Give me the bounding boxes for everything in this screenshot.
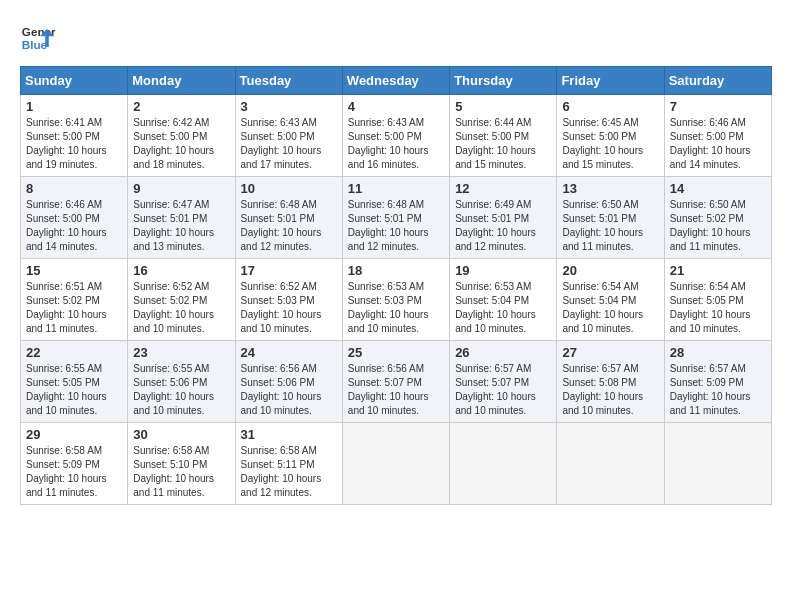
calendar-cell: 9 Sunrise: 6:47 AM Sunset: 5:01 PM Dayli…: [128, 177, 235, 259]
logo: General Blue: [20, 20, 56, 56]
calendar-cell: [557, 423, 664, 505]
day-number: 9: [133, 181, 229, 196]
calendar-cell: 14 Sunrise: 6:50 AM Sunset: 5:02 PM Dayl…: [664, 177, 771, 259]
day-info: Sunrise: 6:51 AM Sunset: 5:02 PM Dayligh…: [26, 280, 122, 336]
calendar-cell: 3 Sunrise: 6:43 AM Sunset: 5:00 PM Dayli…: [235, 95, 342, 177]
day-info: Sunrise: 6:55 AM Sunset: 5:06 PM Dayligh…: [133, 362, 229, 418]
day-info: Sunrise: 6:54 AM Sunset: 5:05 PM Dayligh…: [670, 280, 766, 336]
calendar-cell: 17 Sunrise: 6:52 AM Sunset: 5:03 PM Dayl…: [235, 259, 342, 341]
day-info: Sunrise: 6:53 AM Sunset: 5:03 PM Dayligh…: [348, 280, 444, 336]
calendar-header-friday: Friday: [557, 67, 664, 95]
day-number: 3: [241, 99, 337, 114]
calendar-cell: [342, 423, 449, 505]
day-number: 8: [26, 181, 122, 196]
calendar-cell: 19 Sunrise: 6:53 AM Sunset: 5:04 PM Dayl…: [450, 259, 557, 341]
calendar-header-saturday: Saturday: [664, 67, 771, 95]
day-info: Sunrise: 6:45 AM Sunset: 5:00 PM Dayligh…: [562, 116, 658, 172]
calendar-row-1: 8 Sunrise: 6:46 AM Sunset: 5:00 PM Dayli…: [21, 177, 772, 259]
day-number: 12: [455, 181, 551, 196]
calendar-cell: 5 Sunrise: 6:44 AM Sunset: 5:00 PM Dayli…: [450, 95, 557, 177]
day-number: 29: [26, 427, 122, 442]
calendar-row-4: 29 Sunrise: 6:58 AM Sunset: 5:09 PM Dayl…: [21, 423, 772, 505]
calendar-cell: 16 Sunrise: 6:52 AM Sunset: 5:02 PM Dayl…: [128, 259, 235, 341]
day-number: 5: [455, 99, 551, 114]
calendar-row-2: 15 Sunrise: 6:51 AM Sunset: 5:02 PM Dayl…: [21, 259, 772, 341]
calendar-row-0: 1 Sunrise: 6:41 AM Sunset: 5:00 PM Dayli…: [21, 95, 772, 177]
calendar-cell: [450, 423, 557, 505]
day-info: Sunrise: 6:50 AM Sunset: 5:01 PM Dayligh…: [562, 198, 658, 254]
calendar-cell: 24 Sunrise: 6:56 AM Sunset: 5:06 PM Dayl…: [235, 341, 342, 423]
day-info: Sunrise: 6:57 AM Sunset: 5:07 PM Dayligh…: [455, 362, 551, 418]
day-info: Sunrise: 6:58 AM Sunset: 5:09 PM Dayligh…: [26, 444, 122, 500]
day-info: Sunrise: 6:48 AM Sunset: 5:01 PM Dayligh…: [241, 198, 337, 254]
calendar-header-sunday: Sunday: [21, 67, 128, 95]
day-info: Sunrise: 6:54 AM Sunset: 5:04 PM Dayligh…: [562, 280, 658, 336]
calendar-cell: 6 Sunrise: 6:45 AM Sunset: 5:00 PM Dayli…: [557, 95, 664, 177]
day-number: 27: [562, 345, 658, 360]
svg-text:General: General: [22, 25, 56, 38]
day-info: Sunrise: 6:52 AM Sunset: 5:03 PM Dayligh…: [241, 280, 337, 336]
calendar-header-wednesday: Wednesday: [342, 67, 449, 95]
calendar-cell: 26 Sunrise: 6:57 AM Sunset: 5:07 PM Dayl…: [450, 341, 557, 423]
logo-icon: General Blue: [20, 20, 56, 56]
day-number: 4: [348, 99, 444, 114]
day-number: 11: [348, 181, 444, 196]
calendar-cell: 1 Sunrise: 6:41 AM Sunset: 5:00 PM Dayli…: [21, 95, 128, 177]
calendar-cell: 8 Sunrise: 6:46 AM Sunset: 5:00 PM Dayli…: [21, 177, 128, 259]
day-number: 13: [562, 181, 658, 196]
day-info: Sunrise: 6:46 AM Sunset: 5:00 PM Dayligh…: [26, 198, 122, 254]
day-info: Sunrise: 6:58 AM Sunset: 5:11 PM Dayligh…: [241, 444, 337, 500]
header: General Blue: [20, 20, 772, 56]
day-info: Sunrise: 6:53 AM Sunset: 5:04 PM Dayligh…: [455, 280, 551, 336]
calendar-cell: 2 Sunrise: 6:42 AM Sunset: 5:00 PM Dayli…: [128, 95, 235, 177]
day-number: 30: [133, 427, 229, 442]
calendar-row-3: 22 Sunrise: 6:55 AM Sunset: 5:05 PM Dayl…: [21, 341, 772, 423]
calendar-cell: 28 Sunrise: 6:57 AM Sunset: 5:09 PM Dayl…: [664, 341, 771, 423]
day-number: 21: [670, 263, 766, 278]
day-number: 28: [670, 345, 766, 360]
svg-text:Blue: Blue: [22, 38, 48, 51]
day-number: 16: [133, 263, 229, 278]
day-number: 2: [133, 99, 229, 114]
day-info: Sunrise: 6:41 AM Sunset: 5:00 PM Dayligh…: [26, 116, 122, 172]
calendar-cell: 10 Sunrise: 6:48 AM Sunset: 5:01 PM Dayl…: [235, 177, 342, 259]
day-info: Sunrise: 6:50 AM Sunset: 5:02 PM Dayligh…: [670, 198, 766, 254]
day-number: 18: [348, 263, 444, 278]
day-number: 20: [562, 263, 658, 278]
calendar-header-tuesday: Tuesday: [235, 67, 342, 95]
calendar-cell: 20 Sunrise: 6:54 AM Sunset: 5:04 PM Dayl…: [557, 259, 664, 341]
day-number: 10: [241, 181, 337, 196]
day-info: Sunrise: 6:56 AM Sunset: 5:06 PM Dayligh…: [241, 362, 337, 418]
calendar-header-thursday: Thursday: [450, 67, 557, 95]
day-number: 6: [562, 99, 658, 114]
calendar-cell: 12 Sunrise: 6:49 AM Sunset: 5:01 PM Dayl…: [450, 177, 557, 259]
day-number: 1: [26, 99, 122, 114]
day-number: 22: [26, 345, 122, 360]
day-number: 19: [455, 263, 551, 278]
day-info: Sunrise: 6:42 AM Sunset: 5:00 PM Dayligh…: [133, 116, 229, 172]
day-info: Sunrise: 6:55 AM Sunset: 5:05 PM Dayligh…: [26, 362, 122, 418]
calendar-cell: 23 Sunrise: 6:55 AM Sunset: 5:06 PM Dayl…: [128, 341, 235, 423]
day-info: Sunrise: 6:57 AM Sunset: 5:09 PM Dayligh…: [670, 362, 766, 418]
day-info: Sunrise: 6:57 AM Sunset: 5:08 PM Dayligh…: [562, 362, 658, 418]
day-info: Sunrise: 6:56 AM Sunset: 5:07 PM Dayligh…: [348, 362, 444, 418]
day-info: Sunrise: 6:44 AM Sunset: 5:00 PM Dayligh…: [455, 116, 551, 172]
calendar-cell: 27 Sunrise: 6:57 AM Sunset: 5:08 PM Dayl…: [557, 341, 664, 423]
calendar-header-row: SundayMondayTuesdayWednesdayThursdayFrid…: [21, 67, 772, 95]
day-info: Sunrise: 6:52 AM Sunset: 5:02 PM Dayligh…: [133, 280, 229, 336]
day-number: 26: [455, 345, 551, 360]
day-info: Sunrise: 6:58 AM Sunset: 5:10 PM Dayligh…: [133, 444, 229, 500]
day-number: 23: [133, 345, 229, 360]
calendar: SundayMondayTuesdayWednesdayThursdayFrid…: [20, 66, 772, 505]
day-info: Sunrise: 6:48 AM Sunset: 5:01 PM Dayligh…: [348, 198, 444, 254]
calendar-cell: [664, 423, 771, 505]
day-number: 31: [241, 427, 337, 442]
day-info: Sunrise: 6:47 AM Sunset: 5:01 PM Dayligh…: [133, 198, 229, 254]
calendar-cell: 22 Sunrise: 6:55 AM Sunset: 5:05 PM Dayl…: [21, 341, 128, 423]
calendar-cell: 29 Sunrise: 6:58 AM Sunset: 5:09 PM Dayl…: [21, 423, 128, 505]
calendar-cell: 31 Sunrise: 6:58 AM Sunset: 5:11 PM Dayl…: [235, 423, 342, 505]
day-info: Sunrise: 6:43 AM Sunset: 5:00 PM Dayligh…: [348, 116, 444, 172]
day-info: Sunrise: 6:49 AM Sunset: 5:01 PM Dayligh…: [455, 198, 551, 254]
calendar-cell: 18 Sunrise: 6:53 AM Sunset: 5:03 PM Dayl…: [342, 259, 449, 341]
calendar-cell: 4 Sunrise: 6:43 AM Sunset: 5:00 PM Dayli…: [342, 95, 449, 177]
